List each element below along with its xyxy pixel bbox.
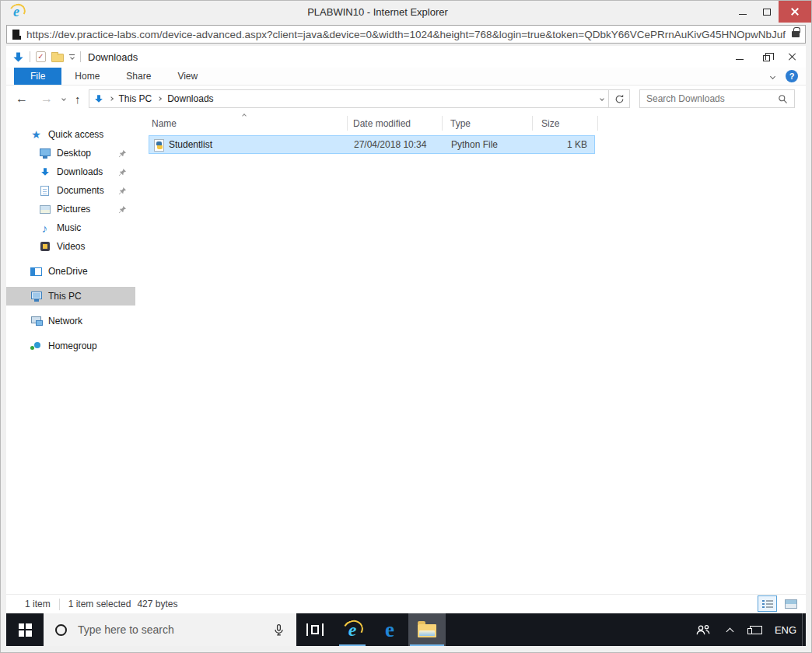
recent-locations-icon[interactable] bbox=[61, 96, 66, 101]
sidebar-item-network[interactable]: Network bbox=[6, 312, 135, 330]
breadcrumb-separator-icon bbox=[109, 96, 114, 101]
explorer-minimize-button[interactable] bbox=[726, 46, 753, 68]
explorer-close-button[interactable] bbox=[779, 46, 806, 68]
column-divider[interactable] bbox=[597, 116, 598, 131]
show-desktop-button[interactable] bbox=[802, 613, 806, 646]
sidebar-item-this-pc[interactable]: This PC bbox=[6, 287, 135, 306]
sidebar-item-homegroup[interactable]: Homegroup bbox=[6, 337, 135, 355]
python-file-icon bbox=[154, 139, 164, 152]
forward-button[interactable]: → bbox=[40, 93, 53, 105]
status-bar: 1 item 1 item selected 427 bytes bbox=[6, 594, 806, 613]
taskbar-internet-explorer-button[interactable]: e bbox=[334, 613, 371, 646]
language-indicator[interactable]: ENG bbox=[769, 613, 802, 646]
search-icon bbox=[778, 94, 788, 104]
explorer-search-box[interactable] bbox=[639, 89, 795, 108]
taskbar-edge-button[interactable]: e bbox=[371, 613, 408, 646]
task-view-button[interactable] bbox=[296, 613, 334, 646]
this-pc-icon bbox=[31, 292, 42, 299]
desktop-icon bbox=[40, 148, 51, 156]
picture-icon bbox=[40, 205, 51, 214]
column-header-date-modified[interactable]: Date modified bbox=[353, 118, 411, 129]
sidebar-item-onedrive[interactable]: OneDrive bbox=[6, 262, 135, 281]
pin-icon bbox=[118, 187, 127, 195]
file-size: 1 KB bbox=[567, 139, 587, 150]
details-view-button[interactable] bbox=[758, 595, 777, 612]
sidebar-item-documents[interactable]: Documents bbox=[6, 181, 135, 200]
network-tray-button[interactable] bbox=[743, 613, 769, 646]
ie-minimize-button[interactable] bbox=[730, 1, 754, 23]
help-button[interactable]: ? bbox=[786, 70, 798, 82]
explorer-window: ✓ Downloads File Home Share View bbox=[6, 46, 806, 613]
breadcrumb-downloads[interactable]: Downloads bbox=[167, 93, 213, 104]
site-icon bbox=[12, 30, 19, 40]
star-icon: ★ bbox=[31, 129, 41, 140]
file-list-pane[interactable]: Name Date modified Type Size Studentlist… bbox=[135, 112, 806, 594]
ie-window-title: PLABWIN10 - Internet Explorer bbox=[25, 6, 730, 18]
ie-maximize-button[interactable] bbox=[754, 1, 779, 23]
column-divider[interactable] bbox=[347, 116, 348, 131]
taskbar-file-explorer-button[interactable] bbox=[408, 613, 446, 646]
explorer-restore-button[interactable] bbox=[753, 46, 779, 68]
close-icon bbox=[788, 52, 797, 61]
chevron-up-icon bbox=[726, 627, 733, 635]
back-button[interactable]: ← bbox=[16, 93, 28, 105]
document-icon bbox=[40, 186, 49, 196]
sidebar-item-music[interactable]: ♪ Music bbox=[6, 218, 135, 237]
divider bbox=[59, 599, 60, 610]
show-hidden-icons-button[interactable] bbox=[716, 613, 743, 646]
ie-addressbar: https://dev.practice-labs.com/device-adv… bbox=[1, 23, 811, 46]
sidebar-item-pictures[interactable]: Pictures bbox=[6, 200, 135, 218]
refresh-icon bbox=[614, 94, 625, 104]
ie-titlebar: e PLABWIN10 - Internet Explorer bbox=[1, 1, 811, 23]
cortana-icon bbox=[55, 624, 67, 636]
internet-explorer-icon: e bbox=[342, 620, 362, 640]
ie-window: e PLABWIN10 - Internet Explorer https://… bbox=[0, 0, 812, 653]
breadcrumb[interactable]: This PC Downloads bbox=[89, 89, 610, 108]
file-row-studentlist[interactable]: Studentlist 27/04/2018 10:34 Python File… bbox=[149, 135, 595, 154]
start-button[interactable] bbox=[6, 613, 44, 646]
explorer-search-input[interactable] bbox=[646, 93, 778, 104]
breadcrumb-this-pc[interactable]: This PC bbox=[119, 93, 152, 104]
file-name: Studentlist bbox=[169, 139, 212, 150]
tab-share[interactable]: Share bbox=[113, 68, 164, 85]
downloads-folder-icon bbox=[94, 94, 103, 103]
refresh-button[interactable] bbox=[609, 89, 630, 108]
large-icons-view-button[interactable] bbox=[781, 595, 800, 612]
up-button[interactable]: ↑ bbox=[75, 93, 81, 105]
breadcrumb-separator-icon bbox=[157, 96, 162, 101]
lock-icon bbox=[792, 31, 800, 37]
sidebar-item-videos[interactable]: Videos bbox=[6, 237, 135, 256]
pin-icon bbox=[118, 205, 127, 214]
column-header-size[interactable]: Size bbox=[541, 118, 559, 129]
explorer-window-title: Downloads bbox=[88, 51, 138, 63]
qat-properties-icon[interactable]: ✓ bbox=[36, 51, 46, 62]
sidebar-item-desktop[interactable]: Desktop bbox=[6, 144, 135, 162]
address-input[interactable]: https://dev.practice-labs.com/device-adv… bbox=[6, 25, 806, 44]
tab-file[interactable]: File bbox=[14, 68, 61, 85]
expand-ribbon-icon[interactable] bbox=[770, 73, 775, 79]
sort-ascending-icon bbox=[242, 113, 247, 118]
tab-home[interactable]: Home bbox=[61, 68, 113, 85]
column-header-type[interactable]: Type bbox=[450, 118, 471, 129]
sidebar-item-quick-access[interactable]: ★ Quick access bbox=[6, 125, 135, 144]
taskbar-search-placeholder[interactable]: Type here to search bbox=[78, 623, 272, 636]
taskbar-search-box[interactable]: Type here to search bbox=[44, 613, 296, 646]
column-divider[interactable] bbox=[532, 116, 533, 131]
running-indicator bbox=[410, 644, 444, 646]
sidebar-item-downloads[interactable]: Downloads bbox=[6, 162, 135, 181]
column-header-name[interactable]: Name bbox=[152, 118, 177, 129]
details-view-icon bbox=[762, 600, 773, 608]
selection-size: 427 bytes bbox=[137, 599, 177, 609]
qat-new-folder-icon[interactable] bbox=[51, 54, 64, 62]
microphone-icon[interactable] bbox=[272, 623, 285, 637]
people-button[interactable] bbox=[690, 613, 716, 646]
column-headers: Name Date modified Type Size bbox=[135, 112, 806, 134]
tab-view[interactable]: View bbox=[164, 68, 211, 85]
column-divider[interactable] bbox=[442, 116, 443, 131]
url-text[interactable]: https://dev.practice-labs.com/device-adv… bbox=[26, 29, 786, 40]
address-dropdown-icon[interactable] bbox=[600, 96, 604, 101]
downloads-window-icon bbox=[12, 51, 24, 63]
ie-close-button[interactable] bbox=[779, 1, 811, 23]
running-indicator bbox=[339, 644, 366, 646]
qat-customize-button[interactable] bbox=[69, 54, 75, 59]
